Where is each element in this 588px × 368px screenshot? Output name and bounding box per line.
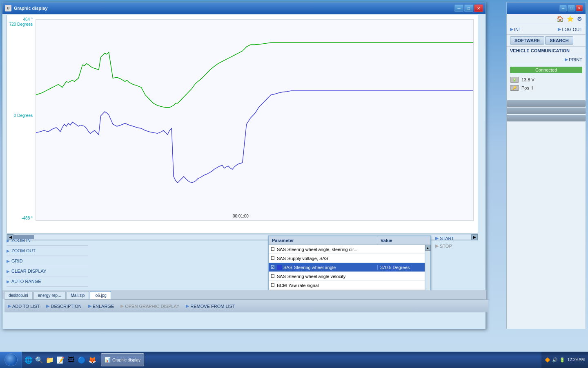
window-controls: ─ □ ✕ — [454, 4, 483, 12]
row3-name: SAS-Steering wheel angle — [283, 265, 377, 270]
divider-2 — [507, 108, 586, 114]
row3-checkbox[interactable]: ☑ — [269, 265, 277, 270]
firefox-taskbar-icon[interactable]: 🦊 — [87, 355, 97, 365]
nav-logout-label: LOG OUT — [562, 27, 582, 32]
row1-name: SAS-Steering wheel angle, steering dir..… — [277, 247, 377, 252]
y-label-bot: -488 ° — [22, 216, 33, 221]
row4-checkbox[interactable]: ☐ — [269, 274, 277, 279]
voltage-label: 13.8 V — [521, 77, 535, 82]
zoom-in-control[interactable]: ▶ ZOOM IN — [7, 236, 88, 246]
bottom-toolbar: ▶ ADD TO LIST ▶ DESCRIPTION ▶ ENLARGE ▶ … — [4, 299, 488, 312]
minimize-button[interactable]: ─ — [454, 4, 463, 12]
y-label-mid: 0 Degrees — [14, 113, 33, 118]
tray-battery-icon[interactable]: 🔋 — [559, 357, 565, 363]
tray-network-icon[interactable]: 🔶 — [545, 357, 550, 363]
rp-minimize-btn[interactable]: ─ — [559, 5, 567, 11]
battery-icon: 🔋 — [510, 77, 519, 83]
zoom-out-control[interactable]: ▶ ZOOM OUT — [7, 246, 88, 256]
nav-logout-arrow: ▶ — [558, 27, 561, 32]
rp-close-btn[interactable]: ✕ — [576, 5, 583, 11]
table-row[interactable]: ☑ SAS-Steering wheel angle 370.5 Degrees — [269, 263, 430, 272]
scroll-up-btn[interactable]: ▲ — [425, 245, 431, 251]
table-row[interactable]: ☐ SAS-Supply voltage, SAS — [269, 254, 430, 263]
taskbar-item-active[interactable]: 📊 Graphic display — [101, 353, 144, 366]
paint-taskbar-icon[interactable]: 🖼 — [66, 355, 76, 365]
remove-from-list-btn[interactable]: ▶ REMOVE FROM LIST — [186, 303, 235, 309]
nav-int[interactable]: ▶ INT — [510, 27, 521, 32]
vehicle-comm-title: VEHICLE COMMUNICATION — [507, 47, 586, 55]
tray-volume-icon[interactable]: 🔊 — [552, 357, 558, 363]
folder-taskbar-icon[interactable]: 📁 — [45, 355, 55, 365]
taskbar: 🌐 🔍 📁 📝 🖼 🔵 🦊 📊 Graphic display 🔶 🔊 🔋 12… — [0, 352, 588, 368]
nav-logout[interactable]: ▶ LOG OUT — [558, 27, 582, 32]
rp-maximize-btn[interactable]: □ — [568, 5, 575, 11]
tab-lo6-jpg[interactable]: lo6.jpg — [90, 291, 111, 299]
close-button[interactable]: ✕ — [474, 4, 483, 12]
open-graphic-btn[interactable]: ▶ OPEN GRAPHIC DISPLAY — [120, 303, 179, 309]
description-label: DESCRIPTION — [51, 304, 81, 309]
table-row[interactable]: ☐ BCM-Yaw rate signal — [269, 281, 430, 290]
software-button[interactable]: SOFTWARE — [510, 36, 544, 45]
clear-label: CLEAR DISPLAY — [11, 269, 46, 274]
print-label: PRINT — [569, 57, 582, 62]
clear-display-control[interactable]: ▶ CLEAR DISPLAY — [7, 266, 88, 276]
gear-icon[interactable]: ⚙ — [577, 16, 582, 22]
description-btn[interactable]: ▶ DESCRIPTION — [46, 303, 81, 309]
grid-control[interactable]: ▶ GRID — [7, 256, 88, 266]
scroll-track-v[interactable] — [426, 251, 430, 292]
table-row[interactable]: ☐ SAS-Steering wheel angle, steering dir… — [269, 245, 430, 254]
auto-range-label: AUTO RANGE — [11, 279, 41, 284]
row3-color-box — [277, 265, 282, 270]
search-button[interactable]: SEARCH — [545, 36, 573, 45]
file-tabs: desktop.ini energy-rep... Mail.zip lo6.j… — [2, 290, 486, 299]
add-to-list-label: ADD TO LIST — [12, 304, 40, 309]
chrome-taskbar-icon[interactable]: 🔵 — [77, 355, 87, 365]
word-taskbar-icon[interactable]: 📝 — [56, 355, 65, 365]
ie-icon[interactable]: 🌐 — [24, 355, 33, 365]
stop-arrow: ▶ — [435, 243, 439, 249]
voltage-row: 🔋 13.8 V — [507, 76, 586, 84]
start-button[interactable]: ▶ START — [435, 236, 454, 241]
clock-time: 12:29 AM — [568, 357, 585, 363]
row2-checkbox[interactable]: ☐ — [269, 256, 277, 261]
tab-mail-zip[interactable]: Mail.zip — [67, 291, 89, 299]
window-icon: U — [5, 5, 11, 11]
start-menu-button[interactable] — [0, 352, 22, 368]
chart-y-labels: 464 ° 720 Degrees 0 Degrees -488 ° — [8, 15, 34, 233]
search-taskbar-icon[interactable]: 🔍 — [34, 355, 44, 365]
print-button[interactable]: ▶ PRINT — [565, 57, 582, 62]
table-row[interactable]: ☐ SAS-Steering wheel angle velocity — [269, 272, 430, 281]
rp-nav-header: ▶ INT ▶ LOG OUT — [507, 24, 586, 35]
description-arrow: ▶ — [46, 303, 49, 309]
param-col-parameter: Parameter — [269, 236, 377, 245]
remove-from-list-arrow: ▶ — [186, 303, 189, 309]
system-clock[interactable]: 12:29 AM — [568, 357, 585, 363]
auto-range-control[interactable]: ▶ AUTO RANGE — [7, 276, 88, 287]
row5-checkbox[interactable]: ☐ — [269, 283, 277, 288]
divider-1 — [507, 100, 586, 107]
scroll-right-btn[interactable]: ▶ — [471, 234, 478, 240]
add-to-list-btn[interactable]: ▶ ADD TO LIST — [8, 303, 40, 309]
rp-dividers — [507, 100, 586, 121]
print-row: ▶ PRINT — [507, 55, 586, 64]
left-controls: ▶ ZOOM IN ▶ ZOOM OUT ▶ GRID ▶ CLEAR DISP… — [7, 236, 88, 287]
remove-from-list-label: REMOVE FROM LIST — [190, 304, 235, 309]
row4-name: SAS-Steering wheel angle velocity — [277, 274, 377, 279]
enlarge-label: ENLARGE — [93, 304, 114, 309]
enlarge-btn[interactable]: ▶ ENLARGE — [88, 303, 114, 309]
x-time-label: 00:01:00 — [233, 214, 249, 218]
stop-button[interactable]: ▶ STOP — [435, 243, 454, 249]
tab-desktop-ini[interactable]: desktop.ini — [4, 291, 33, 299]
tab-energy-rep[interactable]: energy-rep... — [33, 291, 66, 299]
start-orb — [4, 353, 18, 366]
y-label-top1: 464 ° 720 Degrees — [9, 17, 33, 27]
maximize-button[interactable]: □ — [464, 4, 473, 12]
key-pos-row: 🔑 Pos II — [507, 84, 586, 92]
chart-container: 464 ° 720 Degrees 0 Degrees -488 ° 00:01… — [7, 15, 478, 233]
star-icon[interactable]: ⭐ — [567, 16, 574, 22]
nav-int-label: INT — [514, 27, 521, 32]
quick-launch: 🌐 🔍 📁 📝 🖼 🔵 🦊 — [22, 352, 99, 368]
row1-checkbox[interactable]: ☐ — [269, 247, 277, 252]
home-icon[interactable]: 🏠 — [557, 16, 564, 22]
right-panel-titlebar: ─ □ ✕ — [507, 2, 586, 14]
